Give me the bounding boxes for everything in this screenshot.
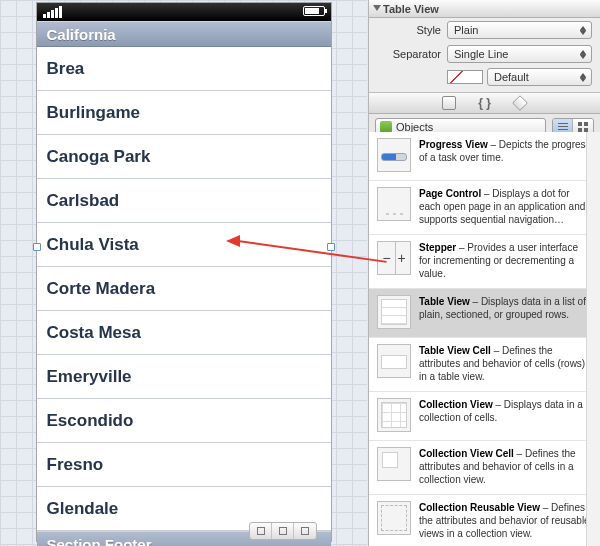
cube-icon xyxy=(380,121,392,133)
library-item-text: Stepper – Provides a user interface for … xyxy=(419,241,592,280)
iphone-simulator-frame[interactable]: California BreaBurlingameCanoga ParkCarl… xyxy=(36,2,332,542)
library-item-text: Table View Cell – Defines the attributes… xyxy=(419,344,592,383)
library-item[interactable]: Collection View Cell – Defines the attri… xyxy=(369,441,600,495)
separator-color-popup[interactable]: Default xyxy=(487,68,592,86)
table-row[interactable]: Burlingame xyxy=(37,91,331,135)
library-item[interactable]: Table View – Displays data in a list of … xyxy=(369,289,600,338)
table-row[interactable]: Corte Madera xyxy=(37,267,331,311)
popup-arrows-icon xyxy=(577,23,589,37)
resolve-tool-icon[interactable] xyxy=(294,523,316,539)
library-item-thumb xyxy=(377,241,411,275)
library-item-text: Collection View – Displays data in a col… xyxy=(419,398,592,432)
section-header: California xyxy=(37,21,331,47)
table-row[interactable]: Carlsbad xyxy=(37,179,331,223)
table-row[interactable]: Chula Vista xyxy=(37,223,331,267)
library-item-thumb xyxy=(377,501,411,535)
library-item[interactable]: Progress View – Depicts the progress of … xyxy=(369,132,600,181)
status-bar xyxy=(37,3,331,21)
library-item[interactable]: Table View Cell – Defines the attributes… xyxy=(369,338,600,392)
separator-label: Separator xyxy=(369,48,441,60)
code-snippets-tab-icon[interactable]: { } xyxy=(478,96,491,110)
library-item-text: Page Control – Displays a dot for each o… xyxy=(419,187,592,226)
signal-icon xyxy=(43,6,62,18)
library-item-thumb xyxy=(377,447,411,481)
library-item-text: Collection Reusable View – Defines the a… xyxy=(419,501,592,540)
library-item-thumb xyxy=(377,295,411,329)
library-item-text: Collection View Cell – Defines the attri… xyxy=(419,447,592,486)
library-item-text: Table View – Displays data in a list of … xyxy=(419,295,592,329)
table-row[interactable]: Fresno xyxy=(37,443,331,487)
style-popup[interactable]: Plain xyxy=(447,21,592,39)
align-tool-icon[interactable] xyxy=(250,523,272,539)
library-item[interactable]: Page Control – Displays a dot for each o… xyxy=(369,181,600,235)
table-row[interactable]: Escondido xyxy=(37,399,331,443)
separator-color-swatch[interactable] xyxy=(447,70,483,84)
library-item[interactable]: Collection View – Displays data in a col… xyxy=(369,392,600,441)
style-label: Style xyxy=(369,24,441,36)
scrollbar[interactable] xyxy=(586,132,600,546)
pin-tool-icon[interactable] xyxy=(272,523,294,539)
separator-value: Single Line xyxy=(454,48,508,60)
battery-icon xyxy=(303,6,325,16)
library-item-thumb xyxy=(377,344,411,378)
library-item-thumb xyxy=(377,138,411,172)
library-item[interactable]: Collection Reusable View – Defines the a… xyxy=(369,495,600,546)
objects-tab-icon[interactable] xyxy=(512,95,528,111)
table-row[interactable]: Brea xyxy=(37,47,331,91)
file-templates-tab-icon[interactable] xyxy=(442,96,456,110)
object-library[interactable]: Progress View – Depicts the progress of … xyxy=(369,132,600,546)
library-item[interactable]: Stepper – Provides a user interface for … xyxy=(369,235,600,289)
library-item-thumb xyxy=(377,398,411,432)
inspector-section-header[interactable]: Table View xyxy=(369,0,600,18)
interface-builder-canvas[interactable]: California BreaBurlingameCanoga ParkCarl… xyxy=(0,0,367,546)
objects-filter-value: Objects xyxy=(396,121,433,133)
canvas-layout-toolbar[interactable] xyxy=(249,522,317,540)
table-row[interactable]: Costa Mesa xyxy=(37,311,331,355)
popup-arrows-icon xyxy=(577,47,589,61)
separator-color-value: Default xyxy=(494,71,529,83)
library-tabbar: { } xyxy=(369,92,600,114)
style-value: Plain xyxy=(454,24,478,36)
selection-handle[interactable] xyxy=(33,243,41,251)
library-item-thumb xyxy=(377,187,411,221)
table-row[interactable]: Canoga Park xyxy=(37,135,331,179)
library-item-text: Progress View – Depicts the progress of … xyxy=(419,138,592,172)
inspector-panel: Table View Style Plain Separator Single … xyxy=(368,0,600,546)
separator-popup[interactable]: Single Line xyxy=(447,45,592,63)
popup-arrows-icon xyxy=(577,70,589,84)
table-row[interactable]: Emeryville xyxy=(37,355,331,399)
drag-arrow-head xyxy=(226,235,240,247)
selection-handle[interactable] xyxy=(327,243,335,251)
